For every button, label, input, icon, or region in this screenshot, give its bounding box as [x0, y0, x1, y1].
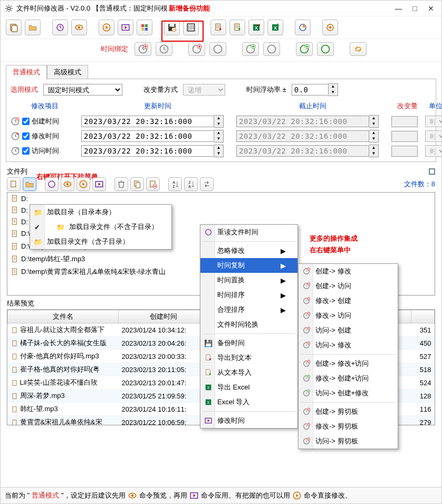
- bind-link-button[interactable]: [350, 42, 367, 56]
- ctx-timecopy[interactable]: 时间复制▶: [200, 258, 297, 273]
- bind-plus-3[interactable]: [242, 42, 259, 56]
- file-icon: [11, 230, 19, 238]
- create-check[interactable]: [22, 118, 30, 125]
- backup-load-button[interactable]: [183, 20, 199, 35]
- ctx-reread[interactable]: 重读文件时间: [200, 225, 297, 240]
- import-txt-button[interactable]: [229, 20, 245, 35]
- ctx-add-folder[interactable]: 📁加载目录（目录本身） 📁加载目录文件（不含子目录） 📁加载目录文件（含子目录）: [30, 204, 172, 250]
- ctx-backup[interactable]: 💾备份时间: [200, 336, 297, 350]
- ctx-expxls[interactable]: X导出 Excel: [200, 380, 297, 395]
- ctx-reasonsort[interactable]: 合理排序▶: [200, 302, 297, 317]
- col-createtime[interactable]: 创建时间: [119, 310, 208, 324]
- ctx-copy-option[interactable]: 创建-> 修改+访问: [299, 356, 398, 371]
- clock-icon: [302, 422, 311, 431]
- minimize-button[interactable]: —: [395, 4, 402, 13]
- spin[interactable]: ▲▼: [369, 130, 379, 142]
- access-update-input[interactable]: [81, 145, 214, 157]
- ctx-imptxt[interactable]: 从文本导入: [200, 365, 297, 380]
- run-files-button[interactable]: [76, 177, 90, 191]
- bind-plus-1[interactable]: [134, 42, 151, 56]
- ctx-copy-option[interactable]: 修改-> 剪切板: [299, 419, 398, 434]
- spin[interactable]: ▲▼: [369, 145, 379, 157]
- copy-button[interactable]: [130, 177, 144, 191]
- apply-files-button[interactable]: [92, 177, 106, 191]
- ctx-copy-option[interactable]: 访问-> 创建+修改: [299, 386, 398, 401]
- spin[interactable]: ▲▼: [369, 115, 379, 128]
- ctx-modtime[interactable]: 修改时间: [200, 413, 297, 428]
- modify-check[interactable]: [22, 132, 30, 140]
- ctx-rotate[interactable]: 文件时间轮换: [200, 317, 297, 332]
- access-amt: [391, 146, 418, 157]
- ctx-load-dir-self[interactable]: 📁加载目录（目录本身）: [30, 205, 171, 220]
- bind-arrow-2[interactable]: [209, 42, 226, 56]
- time-bind-row: 时间绑定: [1, 39, 441, 62]
- tab-advanced[interactable]: 高级模式: [47, 65, 88, 79]
- float-rate-input[interactable]: [292, 84, 329, 96]
- ctx-exptxt[interactable]: 导出到文本: [200, 350, 297, 365]
- ctx-load-dir-nosub[interactable]: 📁加载目录文件（不含子目录）: [30, 220, 171, 234]
- ctx-ignore[interactable]: 忽略修改▶: [200, 243, 297, 258]
- backup-save-button[interactable]: [164, 20, 180, 35]
- ctx-timeswap[interactable]: 时间置换▶: [200, 273, 297, 288]
- ctx-timecopy-submenu[interactable]: 创建-> 修改创建-> 访问修改-> 创建修改-> 访问访问-> 创建访问-> …: [298, 263, 398, 449]
- spin[interactable]: ▲▼: [214, 130, 224, 142]
- create-label: 创建时间: [32, 117, 59, 126]
- ctx-copy-option[interactable]: 修改-> 创建+访问: [299, 371, 398, 386]
- bind-plus-2[interactable]: [188, 42, 205, 56]
- reread-button[interactable]: [52, 20, 68, 35]
- tab-normal[interactable]: 普通模式: [6, 65, 47, 79]
- import-xls-button[interactable]: X: [267, 20, 283, 35]
- open-folder-button[interactable]: [25, 20, 41, 35]
- settings-button[interactable]: [322, 20, 338, 35]
- apply-button[interactable]: [118, 20, 133, 35]
- bind-arrow-4[interactable]: [317, 42, 334, 56]
- access-unit: 时: [425, 145, 442, 157]
- pie-button[interactable]: [295, 20, 311, 35]
- ctx-timesort[interactable]: 时间排序▶: [200, 288, 297, 302]
- file-item[interactable]: D:: [7, 193, 435, 204]
- close-button[interactable]: ✕: [428, 4, 434, 13]
- open-file-button[interactable]: [6, 20, 22, 35]
- mode-select[interactable]: 固定时间模式: [43, 84, 122, 96]
- export-txt-button[interactable]: [210, 20, 226, 35]
- svg-point-33: [268, 45, 276, 53]
- remove-button[interactable]: [146, 177, 160, 191]
- ctx-copy-option[interactable]: 访问-> 剪切板: [299, 434, 398, 449]
- ctx-impxls[interactable]: XExcel 导入: [200, 395, 297, 410]
- delete-button[interactable]: [114, 177, 128, 191]
- swap-button[interactable]: [200, 177, 214, 191]
- create-update-input[interactable]: [81, 116, 214, 127]
- ctx-copy-option[interactable]: 修改-> 访问: [299, 308, 398, 323]
- col-filename[interactable]: 文件名: [8, 310, 119, 324]
- add-file-button[interactable]: [7, 177, 21, 191]
- ctx-copy-option[interactable]: 访问-> 创建: [299, 323, 398, 338]
- spin[interactable]: ▲▼: [214, 145, 224, 157]
- bind-arrow-1[interactable]: [156, 42, 172, 56]
- ctx-copy-option[interactable]: 创建-> 访问: [299, 279, 398, 293]
- ctx-copy-option[interactable]: 修改-> 创建: [299, 293, 398, 308]
- ctx-copy-option[interactable]: 创建-> 剪切板: [299, 404, 398, 419]
- direct-run-button[interactable]: [99, 20, 114, 35]
- reread-files-button[interactable]: [45, 177, 59, 191]
- collapse-icon[interactable]: [429, 168, 435, 175]
- float-spinner[interactable]: ▲▼: [329, 83, 338, 96]
- preview-files-button[interactable]: [61, 177, 74, 191]
- maximize-button[interactable]: □: [413, 4, 417, 13]
- access-check[interactable]: [22, 147, 30, 155]
- svg-rect-56: [12, 195, 16, 201]
- preview-button[interactable]: [71, 20, 87, 35]
- ctx-copy-option[interactable]: 访问-> 修改: [299, 338, 398, 353]
- sort-az-button[interactable]: AZ: [168, 177, 182, 191]
- bind-plus-4[interactable]: [296, 42, 313, 56]
- spin[interactable]: ▲▼: [214, 115, 224, 128]
- export-xls-button[interactable]: X: [248, 20, 264, 35]
- svg-text:X: X: [207, 401, 210, 404]
- modify-update-input[interactable]: [81, 130, 214, 142]
- sort-za-button[interactable]: ZA: [184, 177, 198, 191]
- ctx-load-dir-sub[interactable]: 📁加载目录文件（含子目录）: [30, 234, 171, 249]
- grid-button[interactable]: [137, 20, 152, 35]
- ctx-copy-option[interactable]: 创建-> 修改: [299, 264, 398, 279]
- add-folder-button[interactable]: [23, 177, 36, 191]
- bind-arrow-3[interactable]: [263, 42, 280, 56]
- ctx-main[interactable]: 重读文件时间 忽略修改▶ 时间复制▶ 时间置换▶ 时间排序▶ 合理排序▶ 文件时…: [200, 224, 298, 429]
